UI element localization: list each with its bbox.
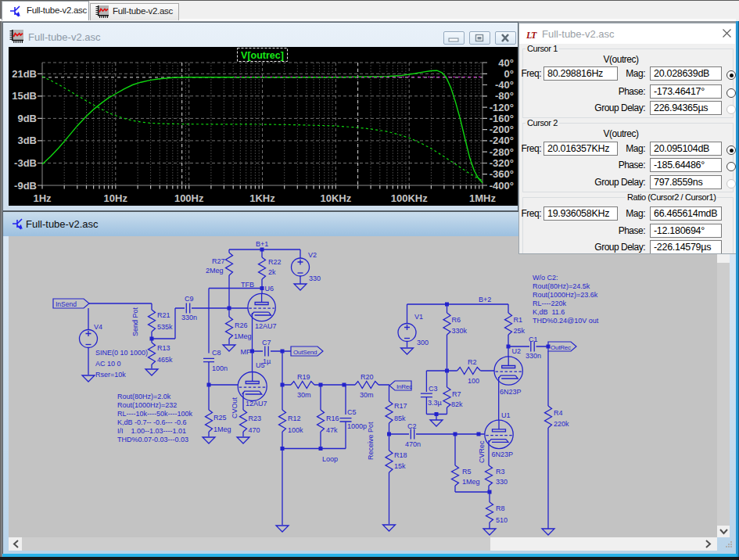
svg-text:V1: V1	[414, 313, 423, 321]
svg-text:V2: V2	[308, 251, 317, 259]
svg-text:47k: 47k	[326, 426, 338, 434]
svg-text:470n: 470n	[405, 440, 421, 448]
svg-text:R25: R25	[213, 414, 227, 422]
svg-text:U1: U1	[501, 411, 511, 419]
svg-text:535k: 535k	[157, 323, 173, 331]
svg-text:30m: 30m	[360, 391, 374, 399]
svg-text:R3: R3	[496, 468, 505, 476]
svg-text:I/I 1.00--1.03----1.01: I/I 1.00--1.03----1.01	[117, 427, 186, 435]
svg-text:-400°: -400°	[490, 180, 514, 192]
svg-text:V4: V4	[94, 323, 102, 331]
svg-text:Rser=10k: Rser=10k	[95, 371, 126, 379]
svg-text:CVOut: CVOut	[231, 397, 239, 418]
svg-text:C5: C5	[347, 408, 357, 416]
svg-text:C7: C7	[262, 339, 271, 346]
svg-text:9dB: 9dB	[17, 113, 37, 124]
svg-text:-320°: -320°	[490, 157, 514, 169]
svg-text:0°: 0°	[504, 68, 514, 80]
svg-text:R19: R19	[297, 373, 310, 381]
svg-text:Rout(1000Hz)=232: Rout(1000Hz)=232	[117, 401, 177, 409]
svg-text:R13: R13	[157, 344, 170, 352]
svg-text:R21: R21	[157, 311, 170, 319]
svg-text:100k: 100k	[288, 426, 303, 434]
svg-text:-80°: -80°	[495, 90, 514, 102]
svg-text:1Hz: 1Hz	[33, 192, 52, 204]
svg-text:Send Pot: Send Pot	[131, 307, 139, 336]
svg-text:21dB: 21dB	[12, 68, 37, 80]
svg-text:C9: C9	[185, 295, 194, 303]
svg-text:30m: 30m	[297, 391, 311, 399]
svg-text:RL----10k----50k----100k: RL----10k----50k----100k	[117, 410, 193, 418]
svg-text:6N23P: 6N23P	[492, 451, 514, 458]
svg-text:-9dB: -9dB	[14, 180, 37, 192]
svg-text:465k: 465k	[157, 356, 173, 364]
svg-text:-40°: -40°	[495, 79, 514, 91]
svg-text:R16: R16	[326, 415, 339, 422]
svg-text:U5: U5	[256, 361, 265, 369]
svg-text:85k: 85k	[394, 415, 406, 422]
svg-text:C3: C3	[429, 385, 438, 393]
svg-text:3.3µ: 3.3µ	[428, 399, 442, 407]
svg-text:K,dB -0.7-- -0.6--- -0.6: K,dB -0.7-- -0.6--- -0.6	[117, 418, 187, 426]
svg-text:40°: 40°	[498, 57, 514, 69]
svg-text:220k: 220k	[554, 420, 569, 428]
svg-text:R1: R1	[514, 316, 523, 324]
svg-text:C2: C2	[407, 422, 417, 430]
svg-text:25k: 25k	[514, 327, 526, 335]
svg-text:R18: R18	[394, 451, 407, 459]
svg-text:R22: R22	[268, 258, 282, 266]
svg-text:OutRec: OutRec	[551, 344, 571, 351]
svg-text:R20: R20	[361, 373, 374, 381]
svg-text:3dB: 3dB	[17, 135, 37, 146]
svg-text:330k: 330k	[452, 327, 468, 335]
svg-text:Rout(80Hz)=24.5k: Rout(80Hz)=24.5k	[533, 282, 590, 290]
svg-text:R7: R7	[452, 390, 461, 398]
svg-text:V[outrec]: V[outrec]	[241, 50, 284, 61]
svg-text:330n: 330n	[526, 352, 541, 360]
svg-text:R27: R27	[212, 257, 225, 265]
svg-text:U6: U6	[265, 285, 274, 293]
svg-text:15k: 15k	[394, 462, 406, 470]
svg-text:15dB: 15dB	[12, 90, 37, 102]
svg-text:CVRec: CVRec	[478, 440, 486, 463]
svg-text:Rout(80Hz)=2.0k: Rout(80Hz)=2.0k	[117, 393, 171, 400]
svg-text:R26: R26	[235, 321, 248, 329]
svg-text:6N23P: 6N23P	[500, 388, 522, 396]
svg-text:InRec: InRec	[396, 383, 412, 390]
svg-text:C8: C8	[212, 349, 221, 357]
svg-text:R6: R6	[452, 316, 461, 324]
svg-text:W/o C2:: W/o C2:	[533, 274, 558, 282]
svg-text:Rout(1000Hz)=23.6k: Rout(1000Hz)=23.6k	[533, 291, 598, 299]
svg-text:U2: U2	[512, 347, 522, 355]
svg-text:1Meg: 1Meg	[234, 332, 252, 340]
svg-text:-240°: -240°	[490, 135, 514, 146]
svg-text:2k: 2k	[268, 268, 276, 276]
svg-text:R2: R2	[468, 358, 477, 366]
svg-text:RL----220k: RL----220k	[533, 300, 567, 307]
svg-text:1Meg: 1Meg	[462, 478, 480, 486]
svg-text:-160°: -160°	[490, 113, 514, 124]
svg-text:1MHz: 1MHz	[469, 192, 496, 204]
svg-text:TFB: TFB	[241, 281, 254, 289]
svg-text:100n: 100n	[212, 364, 228, 372]
svg-text:MP: MP	[241, 348, 252, 356]
svg-text:B+1: B+1	[256, 240, 268, 248]
svg-text:R12: R12	[288, 415, 301, 422]
svg-text:330: 330	[496, 478, 508, 486]
svg-text:12AU7: 12AU7	[255, 322, 277, 330]
svg-text:12AU7: 12AU7	[246, 400, 267, 407]
svg-text:330n: 330n	[181, 314, 197, 321]
svg-text:2Meg: 2Meg	[206, 267, 224, 275]
svg-text:100KHz: 100KHz	[391, 192, 428, 204]
svg-text:-3dB: -3dB	[14, 157, 37, 169]
svg-text:InSend: InSend	[56, 300, 77, 308]
svg-text:-280°: -280°	[490, 146, 514, 158]
svg-text:-360°: -360°	[490, 168, 514, 180]
svg-text:470: 470	[249, 426, 260, 434]
svg-text:R5: R5	[462, 468, 472, 476]
svg-text:330: 330	[309, 275, 321, 282]
svg-text:100: 100	[468, 377, 479, 385]
svg-text:1000p: 1000p	[347, 422, 367, 430]
svg-text:R17: R17	[394, 402, 407, 410]
svg-text:1KHz: 1KHz	[249, 192, 275, 204]
